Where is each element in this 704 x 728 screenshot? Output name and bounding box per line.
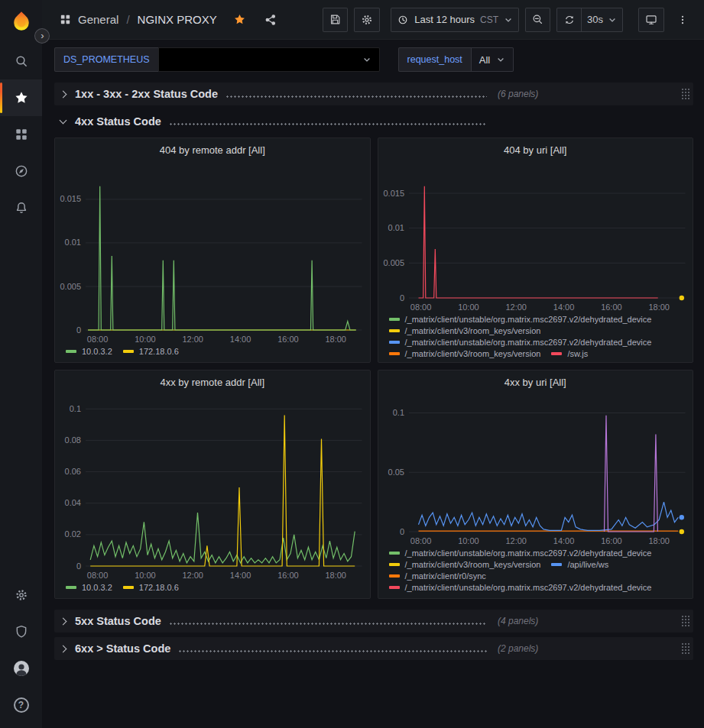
svg-text:0.005: 0.005 [60, 282, 81, 291]
panel-title[interactable]: 404 by remote addr [All] [55, 138, 370, 161]
panel-404-by-uri: 404 by uri [All] 00.0050.010.01508:0010:… [378, 138, 694, 363]
star-icon [14, 90, 29, 105]
svg-text:14:00: 14:00 [553, 536, 574, 545]
legend-label: /_matrix/client/unstable/org.matrix.msc2… [405, 548, 652, 558]
share-icon [264, 13, 277, 27]
panel-title[interactable]: 4xx by uri [All] [378, 370, 693, 393]
series-color-swatch [123, 586, 134, 589]
time-range-picker[interactable]: Last 12 hours CST [391, 8, 519, 32]
panel-title[interactable]: 4xx by remote addr [All] [55, 370, 370, 393]
kiosk-mode-button[interactable] [638, 8, 664, 32]
dashboard-row-1xx-3xx-2xx[interactable]: 1xx - 3xx - 2xx Status Code (6 panels) [54, 83, 693, 105]
zoom-out-icon [531, 13, 544, 26]
avatar [12, 659, 31, 678]
row-drag-handle[interactable] [681, 642, 690, 655]
sidebar-item-configuration[interactable] [0, 577, 42, 613]
sidebar-item-help[interactable]: ? [0, 687, 42, 723]
panel-4xx-by-remote-addr: 4xx by remote addr [All] 00.020.040.060.… [54, 370, 371, 599]
sidebar-bottom-nav: ? [0, 577, 42, 723]
dashboard-row-5xx[interactable]: 5xx Status Code (4 panels) [54, 610, 693, 633]
sidebar-item-starred[interactable] [0, 79, 42, 116]
refresh-interval-label: 30s [587, 14, 603, 25]
sidebar-item-explore[interactable] [0, 153, 42, 189]
series-color-swatch [66, 350, 76, 353]
time-series-chart[interactable]: 00.0050.010.01508:0010:0012:0014:0016:00… [55, 161, 370, 345]
chevron-down-icon [362, 55, 371, 64]
svg-text:0.05: 0.05 [388, 468, 404, 477]
panel-legend: /_matrix/client/unstable/org.matrix.msc2… [378, 547, 693, 598]
svg-text:12:00: 12:00 [505, 303, 527, 312]
breadcrumb-section[interactable]: General [78, 13, 118, 26]
sidebar-item-server-admin[interactable] [0, 613, 42, 650]
row-dotted-leader [169, 623, 487, 625]
refresh-interval-dropdown[interactable]: 30s [581, 8, 623, 32]
row-title: 4xx Status Code [75, 115, 161, 128]
variable-select-request-host[interactable]: All [471, 47, 514, 72]
row-drag-handle[interactable] [681, 615, 690, 627]
zoom-out-button[interactable] [525, 8, 550, 32]
legend-label: 172.18.0.6 [139, 583, 179, 592]
legend-item[interactable]: /_matrix/client/unstable/org.matrix.msc2… [389, 338, 652, 347]
gear-icon [14, 587, 29, 603]
svg-text:0: 0 [399, 527, 404, 536]
svg-text:16:00: 16:00 [601, 303, 622, 312]
chevron-right-icon [60, 90, 67, 98]
legend-item[interactable]: /_matrix/client/unstable/org.matrix.msc2… [389, 315, 652, 324]
legend-item[interactable]: /_matrix/client/v3/room_keys/version [389, 326, 541, 335]
legend-label: /_matrix/client/unstable/org.matrix.msc2… [405, 315, 652, 324]
legend-item[interactable]: /_matrix/client/unstable/org.matrix.msc2… [389, 583, 652, 592]
row-dotted-leader [169, 123, 487, 125]
variable-group-request-host: request_host All [398, 47, 514, 72]
legend-label: /_matrix/client/unstable/org.matrix.msc2… [405, 583, 652, 592]
panel-title[interactable]: 404 by uri [All] [378, 138, 693, 161]
kebab-menu-button[interactable] [670, 8, 695, 32]
variable-select-datasource[interactable] [158, 47, 380, 72]
refresh-button[interactable] [556, 8, 581, 32]
bell-icon [14, 200, 29, 215]
legend-item[interactable]: 10.0.3.2 [66, 583, 112, 592]
legend-item[interactable]: /_matrix/client/v3/room_keys/version [389, 560, 541, 569]
svg-text:14:00: 14:00 [230, 335, 251, 344]
legend-item[interactable]: /_matrix/client/r0/sync [389, 571, 486, 581]
svg-text:12:00: 12:00 [182, 571, 203, 580]
sidebar-expand-button[interactable]: › [34, 28, 50, 44]
refresh-icon [563, 14, 576, 26]
help-icon: ? [14, 697, 29, 713]
time-series-chart[interactable]: 00.0050.010.01508:0010:0012:0014:0016:00… [378, 161, 693, 313]
svg-text:0.01: 0.01 [65, 238, 81, 247]
kebab-icon [676, 14, 689, 26]
time-series-chart[interactable]: 00.020.040.060.080.108:0010:0012:0014:00… [55, 393, 370, 581]
row-drag-handle[interactable] [681, 88, 690, 100]
sidebar-item-profile[interactable] [0, 650, 42, 687]
legend-label: 10.0.3.2 [82, 347, 112, 356]
svg-text:0.015: 0.015 [383, 189, 404, 198]
legend-item[interactable]: /sw.js [551, 349, 588, 358]
dashboard-row-6xx[interactable]: 6xx > Status Code (2 panels) [54, 637, 693, 660]
save-dashboard-button[interactable] [323, 8, 348, 32]
legend-item[interactable]: 172.18.0.6 [123, 347, 179, 356]
breadcrumb-title[interactable]: NGINX PROXY [138, 13, 217, 26]
sidebar-item-alerting[interactable] [0, 189, 42, 226]
share-button[interactable] [258, 8, 283, 32]
dashboard-settings-button[interactable] [354, 8, 380, 32]
legend-label: /_matrix/client/v3/room_keys/version [405, 349, 541, 358]
legend-item[interactable]: 10.0.3.2 [66, 347, 112, 356]
sidebar-item-search[interactable] [0, 43, 42, 79]
sidebar-item-dashboards[interactable] [0, 116, 42, 153]
gear-icon [360, 13, 374, 27]
save-icon [329, 13, 342, 26]
clock-icon [397, 14, 409, 26]
toolbar-right-group: Last 12 hours CST [323, 8, 695, 32]
svg-text:10:00: 10:00 [458, 536, 479, 545]
favorite-star-button[interactable] [228, 8, 252, 32]
legend-label: /_matrix/client/r0/sync [405, 571, 486, 581]
legend-item[interactable]: 172.18.0.6 [123, 583, 179, 592]
legend-item[interactable]: /_matrix/client/v3/room_keys/version [389, 349, 541, 358]
legend-item[interactable]: /_matrix/client/unstable/org.matrix.msc2… [389, 548, 652, 558]
dashboard-row-4xx[interactable]: 4xx Status Code [54, 110, 693, 133]
chevron-down-icon [504, 15, 513, 24]
svg-text:18:00: 18:00 [648, 536, 670, 545]
series-color-swatch [551, 352, 562, 355]
time-series-chart[interactable]: 00.050.108:0010:0012:0014:0016:0018:00 [378, 393, 693, 547]
legend-item[interactable]: /api/live/ws [551, 560, 608, 569]
